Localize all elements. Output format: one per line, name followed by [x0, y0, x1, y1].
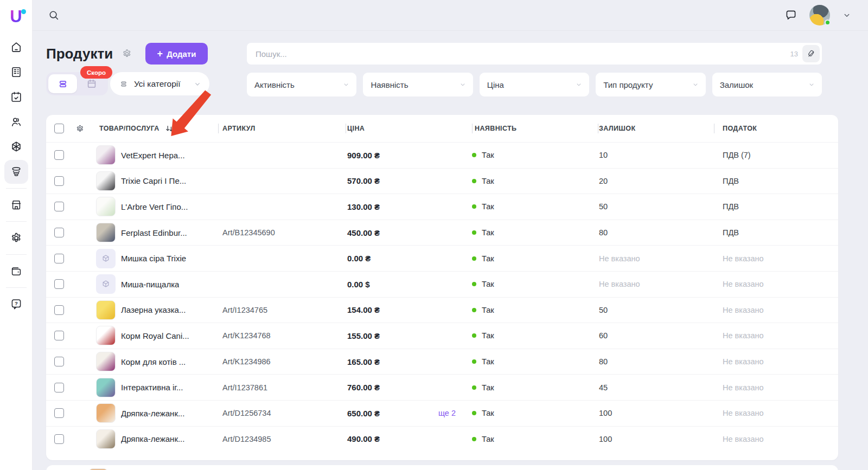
add-product-button[interactable]: + Додати [145, 43, 208, 65]
tax-cell: Не вказано [714, 298, 838, 323]
filter-label: Активність [254, 80, 295, 89]
table-row[interactable]: Trixie Capri I Пе... 570.00 ₴ Так 20 ПДВ [46, 168, 838, 194]
search-input[interactable] [256, 49, 790, 59]
sort-desc-icon[interactable] [165, 125, 174, 133]
search-result-count: 13 [790, 50, 798, 58]
wallet-icon [10, 265, 23, 278]
stock-cell: 50 [598, 298, 714, 323]
row-checkbox[interactable] [54, 279, 64, 289]
row-checkbox[interactable] [54, 357, 64, 366]
product-name[interactable]: Мишка сіра Trixie [121, 254, 186, 263]
product-image [96, 378, 116, 397]
user-menu[interactable] [809, 5, 830, 25]
sidebar-item-calendar-check[interactable] [4, 85, 28, 109]
sidebar-item-wallet[interactable] [4, 259, 28, 283]
table-row[interactable]: L'Arbre Vert Гіпо... 130.00 ₴ Так 50 ПДВ [46, 194, 838, 220]
chevron-down-icon [575, 81, 583, 88]
availability-dot [472, 385, 476, 390]
category-select[interactable]: Усі категорії [110, 72, 209, 95]
sidebar-item-store[interactable] [4, 193, 28, 217]
select-all-checkbox[interactable] [54, 124, 64, 133]
view-toggle-list[interactable] [48, 74, 77, 93]
sidebar-item-building[interactable] [4, 60, 28, 84]
table-row[interactable]: Дряпка-лежанк... Art/D1256734 650.00 ₴ щ… [46, 400, 838, 426]
product-name[interactable]: Миша-пищалка [121, 280, 179, 289]
chat-icon[interactable] [784, 9, 797, 22]
row-checkbox[interactable] [54, 254, 64, 263]
table-row[interactable]: Ferplast Edinbur... Art/B12345690 450.00… [46, 220, 838, 246]
product-name[interactable]: VetExpert Hepa... [121, 151, 185, 160]
table-row[interactable]: VetExpert Hepa... 909.00 ₴ Так 10 ПДВ (7… [46, 142, 838, 168]
sidebar-nav: ? [4, 35, 28, 317]
filter-dropdown[interactable]: Залишок [712, 73, 822, 96]
table-row[interactable]: Корм Royal Cani... Art/K1234768 155.00 ₴… [46, 323, 838, 349]
product-name[interactable]: Дряпка-лежанк... [121, 409, 184, 418]
chevron-down-icon[interactable] [842, 10, 852, 20]
product-image [96, 300, 116, 320]
chevron-down-icon [342, 81, 350, 88]
product-name[interactable]: Дряпка-лежанк... [121, 434, 184, 443]
row-checkbox[interactable] [54, 176, 64, 186]
price-cell: 165.00 ₴ [347, 357, 380, 366]
article-cell: Art/B12345690 [218, 220, 346, 246]
row-checkbox[interactable] [54, 383, 64, 392]
filter-dropdown[interactable]: Ціна [480, 73, 589, 96]
product-name[interactable]: L'Arbre Vert Гіпо... [121, 202, 188, 211]
column-header-price[interactable]: ЦІНА [346, 125, 365, 132]
filter-label: Залишок [720, 80, 753, 89]
filter-dropdown[interactable]: Активність [247, 73, 356, 96]
table-row[interactable]: Корм для котів ... Art/K1234986 165.00 ₴… [46, 349, 838, 375]
sidebar-item-settings[interactable] [4, 226, 28, 250]
row-checkbox[interactable] [54, 228, 64, 237]
table-row[interactable]: Миша-пищалка 0.00 $ Так Не вказано Не вк… [46, 271, 838, 297]
row-checkbox[interactable] [54, 331, 64, 340]
table-row[interactable]: Мишка сіра Trixie 0.00 ₴ Так Не вказано … [46, 245, 838, 271]
row-checkbox[interactable] [54, 150, 64, 160]
product-name[interactable]: Лазерна указка... [121, 305, 186, 314]
more-prices-link[interactable]: ще 2 [438, 409, 456, 417]
product-name[interactable]: Корм для котів ... [121, 357, 186, 366]
product-name[interactable]: Trixie Capri I Пе... [121, 176, 186, 185]
product-name[interactable]: Ferplast Edinbur... [121, 228, 187, 237]
filter-dropdown[interactable]: Тип продукту [596, 73, 705, 96]
stock-cell: 100 [598, 401, 714, 426]
chevron-down-icon [193, 80, 202, 88]
sidebar-item-box[interactable] [4, 135, 28, 159]
article-cell [218, 272, 346, 297]
price-cell: 155.00 ₴ [347, 331, 380, 340]
column-header-product[interactable]: ТОВАР/ПОСЛУГА [99, 125, 159, 132]
sidebar-item-stack[interactable] [4, 160, 28, 184]
product-name[interactable]: Інтерактивна іг... [121, 383, 183, 392]
column-header-availability[interactable]: НАЯВНІСТЬ [472, 125, 517, 132]
price-cell: 0.00 ₴ [347, 254, 371, 263]
app-logo[interactable]: U [6, 4, 27, 28]
row-checkbox[interactable] [54, 408, 64, 418]
scanner-icon [806, 49, 816, 59]
page-settings-gear-icon[interactable] [122, 48, 132, 59]
scanner-button[interactable] [802, 45, 820, 62]
search-icon[interactable] [48, 9, 60, 21]
sidebar-divider [6, 287, 27, 288]
stock-cell: 10 [598, 143, 714, 168]
table-row[interactable]: Лазерна указка... Art/I1234765 154.00 ₴ … [46, 297, 838, 323]
column-header-tax[interactable]: ПОДАТОК [714, 125, 757, 132]
row-checkbox[interactable] [54, 202, 64, 211]
sidebar-item-users[interactable] [4, 110, 28, 134]
column-header-article[interactable]: АРТИКУЛ [218, 125, 256, 132]
table-row[interactable]: Інтерактивна іг... Art/I1237861 760.00 ₴… [46, 374, 838, 400]
row-checkbox[interactable] [54, 434, 64, 444]
table-row[interactable]: Дряпка-лежанк... Art/D1234985 490.00 ₴ Т… [46, 426, 838, 452]
page-title: Продукти [46, 46, 113, 62]
availability-cell: Так [482, 254, 494, 263]
sidebar-item-help[interactable]: ? [4, 292, 28, 316]
availability-dot [472, 359, 476, 364]
product-name[interactable]: Корм Royal Cani... [121, 331, 189, 340]
availability-dot [472, 282, 476, 286]
column-header-stock[interactable]: ЗАЛИШОК [598, 125, 635, 132]
table-settings-gear-icon[interactable] [75, 124, 85, 133]
sidebar-item-home[interactable] [4, 35, 28, 59]
product-image [96, 249, 116, 268]
stock-cell: 80 [598, 220, 714, 246]
row-checkbox[interactable] [54, 305, 64, 315]
filter-dropdown[interactable]: Наявність [363, 73, 473, 96]
